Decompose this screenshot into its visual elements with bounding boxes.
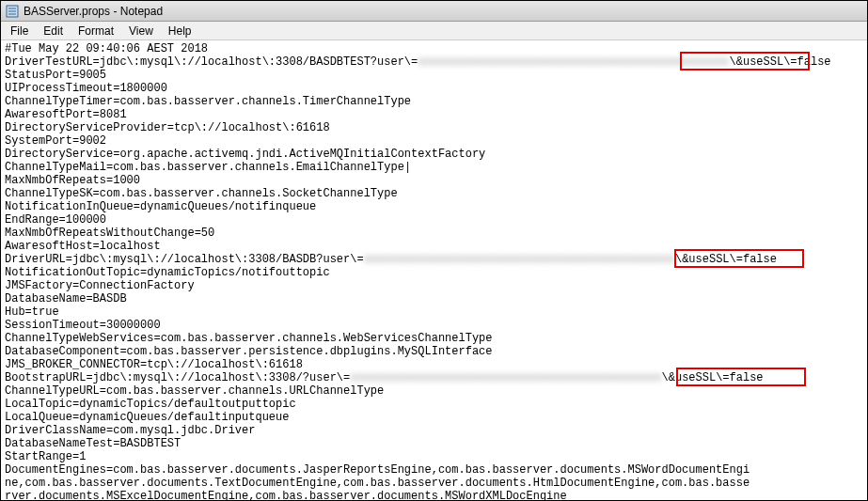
text-editor[interactable]: #Tue May 22 09:40:06 AEST 2018DriverTest… — [1, 40, 867, 501]
editor-line: DatabaseComponent=com.bas.basserver.pers… — [5, 345, 863, 358]
editor-line: NotificationOutTopic=dynamicTopics/notif… — [5, 266, 863, 279]
editor-line: AwaresoftHost=localhost — [5, 240, 863, 253]
editor-line: #Tue May 22 09:40:06 AEST 2018 — [5, 42, 863, 55]
editor-line: StartRange=1 — [5, 450, 863, 463]
editor-line: SystemPort=9002 — [5, 134, 863, 148]
editor-line: LocalTopic=dynamicTopics/defaultoutputto… — [5, 398, 863, 411]
editor-line: JMSFactory=ConnectionFactory — [5, 279, 863, 292]
editor-line: MaxNmbOfRepeats=1000 — [5, 174, 863, 187]
editor-line: rver.documents.MSExcelDocumentEngine,com… — [5, 490, 863, 501]
window-title: BASServer.props - Notepad — [24, 5, 163, 18]
editor-line: LocalQueue=dynamicQueues/defaultinputque… — [5, 411, 863, 424]
editor-line: BootstrapURL=jdbc\:mysql\://localhost\:3… — [5, 371, 863, 384]
editor-line: AwaresoftPort=8081 — [5, 108, 863, 121]
editor-line: UIProcessTimeout=1800000 — [5, 82, 863, 95]
editor-line: DriverClassName=com.mysql.jdbc.Driver — [5, 424, 863, 437]
editor-line: ChannelTypeTimer=com.bas.basserver.chann… — [5, 95, 863, 108]
editor-line: StatusPort=9005 — [5, 69, 863, 82]
editor-line: NotificationInQueue=dynamicQueues/notifi… — [5, 200, 863, 213]
editor-line: DirectoryService=org.apache.activemq.jnd… — [5, 148, 863, 161]
menu-file[interactable]: File — [3, 23, 36, 39]
editor-line: DriverURL=jdbc\:mysql\://localhost\:3308… — [5, 253, 863, 266]
titlebar: BASServer.props - Notepad — [1, 1, 867, 22]
editor-line: EndRange=100000 — [5, 213, 863, 227]
editor-line: SessionTimeout=30000000 — [5, 319, 863, 332]
editor-line: DatabaseName=BASDB — [5, 292, 863, 305]
menu-help[interactable]: Help — [161, 23, 199, 39]
editor-line: DocumentEngines=com.bas.basserver.docume… — [5, 463, 863, 477]
editor-line: JMS_BROKER_CONNECTOR=tcp\://localhost\:6… — [5, 358, 863, 371]
text-caret: | — [404, 161, 411, 174]
editor-line: DatabaseNameTest=BASDBTEST — [5, 437, 863, 450]
editor-line: ne,com.bas.basserver.documents.TextDocum… — [5, 477, 863, 490]
editor-line: ChannelTypeWebServices=com.bas.basserver… — [5, 332, 863, 345]
editor-line: ChannelTypeURL=com.bas.basserver.channel… — [5, 384, 863, 398]
editor-line: Hub=true — [5, 305, 863, 319]
editor-line: MaxNmbOfRepeatsWithoutChange=50 — [5, 227, 863, 240]
redacted-text: xxxxxxxxxxxxxxxxxxxxxxxxxxxxxxxxxxxxxxxx… — [364, 253, 675, 266]
redacted-text: xxxxxxxxxxxxxxxxxxxxxxxxxxxxxxxxxxxxxxxx… — [418, 55, 729, 69]
menubar: File Edit Format View Help — [1, 22, 867, 40]
editor-line: DirectoryServiceProvider=tcp\://localhos… — [5, 121, 863, 134]
redacted-text: xxxxxxxxxxxxxxxxxxxxxxxxxxxxxxxxxxxxxxxx… — [350, 371, 661, 384]
menu-view[interactable]: View — [121, 23, 161, 39]
menu-edit[interactable]: Edit — [36, 23, 71, 39]
menu-format[interactable]: Format — [71, 23, 121, 39]
editor-line: DriverTestURL=jdbc\:mysql\://localhost\:… — [5, 55, 863, 69]
editor-line: ChannelTypeMail=com.bas.basserver.channe… — [5, 161, 863, 174]
editor-line: ChannelTypeSK=com.bas.basserver.channels… — [5, 187, 863, 200]
notepad-icon — [5, 4, 20, 19]
